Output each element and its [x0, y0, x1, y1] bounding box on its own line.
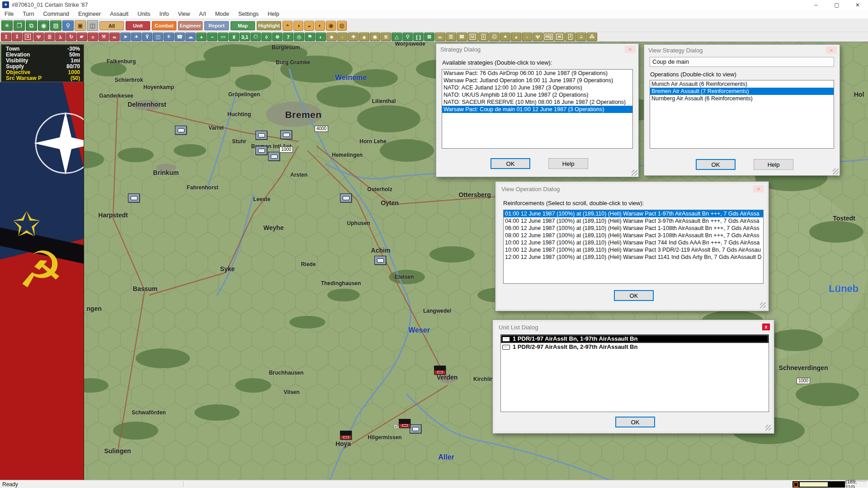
loop-turn-button[interactable]: ↻ — [66, 33, 76, 41]
list-item[interactable]: 12:00 12 June 1987 (100%) at (189,110) (… — [504, 253, 763, 261]
unit-counter-pact[interactable]: ··· — [340, 193, 352, 202]
menu-help[interactable]: Help — [263, 10, 284, 18]
list-item[interactable]: Nurnberg Air Assault (6 Reinforcements) — [650, 95, 834, 102]
menu-command[interactable]: Command — [38, 10, 74, 18]
losses-button[interactable]: ☹ — [489, 33, 500, 41]
unit-counter-pact[interactable]: ··· — [410, 424, 421, 433]
hq-button[interactable]: HQ — [543, 33, 554, 41]
view-operation-dialog-titlebar[interactable]: View Operation Dialog — [497, 183, 767, 194]
list-item[interactable]: 06:00 12 June 1987 (100%) at (189,110) (… — [504, 225, 763, 232]
unit-counter-pact[interactable]: ··· — [268, 152, 280, 161]
reinforcements-list[interactable]: 01:00 12 June 1987 (100%) at (189,110) (… — [503, 210, 764, 284]
pie-chart-button[interactable]: ◕ — [511, 33, 521, 41]
currency-button[interactable]: ¥ — [229, 33, 239, 41]
medal-button[interactable]: ⚜ — [164, 33, 174, 41]
call-support-button[interactable]: ☎ — [175, 33, 185, 41]
time-phase-1-button[interactable]: ◓ — [283, 21, 292, 31]
menu-settings[interactable]: Settings — [234, 10, 263, 18]
menu-mode[interactable]: Mode — [211, 10, 234, 18]
dig-in-button[interactable]: ⚒ — [99, 33, 109, 41]
unit-list-dialog-titlebar[interactable]: Unit List Dialog — [495, 322, 772, 333]
toolbar-tab-all[interactable]: All — [99, 21, 124, 30]
resize-grip[interactable] — [765, 425, 771, 431]
move-to-top-button[interactable]: ↥ — [1, 33, 11, 41]
flags-button[interactable]: ⚑ — [305, 33, 315, 41]
maximize-button[interactable]: ▢ — [826, 0, 847, 9]
infantry-button[interactable]: Ŷ — [142, 33, 152, 41]
time-phase-3-button[interactable]: ◒ — [304, 21, 314, 31]
list-item[interactable]: NATO: ACE Jutland 12:00 10 June 1987 (3 … — [442, 84, 632, 91]
zoom-in-button[interactable]: + — [196, 33, 207, 41]
close-icon[interactable]: x — [762, 324, 770, 330]
time-phase-4-button[interactable]: ◐ — [315, 21, 325, 31]
menu-assault[interactable]: Assault — [105, 10, 133, 18]
menu-view[interactable]: View — [173, 10, 194, 18]
list-lines-button[interactable]: ≡ — [88, 33, 98, 41]
list-item[interactable]: Warsaw Pact: 76 Gds AirDrop 06:00 10 Jun… — [442, 70, 632, 77]
unit-list-item[interactable]: ··1 PDR/2-97 AirAsslt Bn, 2-97th AirAssa… — [501, 343, 769, 351]
list-item[interactable]: NATO: UK/US Amphib 18:00 11 June 1987 (2… — [442, 91, 632, 99]
toolbar-tab-report[interactable]: Report — [204, 21, 229, 30]
turn-7-button[interactable]: 7 — [283, 33, 293, 41]
ok-button[interactable]: OK — [491, 158, 530, 169]
supply-button[interactable]: S — [23, 33, 33, 41]
list-item[interactable]: Bremen Air Assault (7 Reinforcements) — [650, 88, 834, 95]
nbc-2-button[interactable]: Ψ — [533, 33, 543, 41]
unit-counter-pact[interactable]: ··· — [128, 193, 140, 202]
list-item[interactable]: Warsaw Pact: Coup de main 01:00 12 June … — [442, 106, 632, 113]
toolbar-tab-map[interactable]: Map — [231, 21, 255, 30]
minimize-button[interactable]: – — [806, 0, 826, 9]
menu-a-i[interactable]: A/I — [194, 10, 210, 18]
resize-grip[interactable] — [833, 169, 839, 174]
resize-grip[interactable] — [760, 302, 766, 308]
help-button[interactable]: Help — [754, 159, 793, 170]
unit-counter-pact[interactable]: ··· — [280, 130, 292, 139]
list-item[interactable]: 08:00 12 June 1987 (100%) at (189,110) (… — [504, 232, 763, 239]
hex-kill-button[interactable]: ⊗ — [272, 33, 283, 41]
list-item[interactable]: 10:00 12 June 1987 (100%) at (189,110) (… — [504, 239, 763, 246]
ring-button[interactable]: ◉ — [370, 33, 380, 41]
close-button[interactable]: ✕ — [847, 0, 868, 9]
map-book-button[interactable]: ▤ — [50, 20, 61, 31]
contrast-button[interactable]: ◐ — [316, 33, 326, 41]
selection-box-button[interactable]: [ ] — [413, 33, 424, 41]
time-phase-2-button[interactable]: ◑ — [293, 21, 303, 31]
hex-33-button[interactable]: ⎔ — [250, 33, 261, 41]
close-icon[interactable]: ✕ — [826, 47, 837, 54]
list-item[interactable]: Warsaw Pact: Jutland Operation 16:00 11 … — [442, 77, 632, 84]
list-item[interactable]: 10:00 12 June 1987 (100%) at (189,110) (… — [504, 246, 763, 253]
toolbar-tab-engineer[interactable]: Engineer — [178, 21, 203, 30]
toolbar-tab-unit[interactable]: Unit — [126, 21, 150, 30]
zoom-button[interactable]: ⚲ — [62, 20, 74, 31]
ok-button[interactable]: OK — [696, 159, 736, 170]
unit-counter-red[interactable] — [399, 419, 410, 428]
unit-counter-red[interactable] — [434, 366, 446, 375]
menu-turn[interactable]: Turn — [18, 10, 38, 18]
ok-button[interactable]: OK — [614, 290, 654, 301]
view-strategy-dialog-titlebar[interactable]: View Strategy Dialog — [644, 45, 840, 56]
weather-button[interactable]: ☁ — [185, 33, 196, 41]
list-item[interactable]: NATO: SACEUR RESERVE (10 Mtn) 08:00 16 J… — [442, 99, 632, 106]
resize-grip[interactable] — [632, 170, 637, 176]
foot-march-button[interactable]: λ — [55, 33, 66, 41]
list-item[interactable]: Munich Air Assault (6 Reinforcements) — [650, 80, 834, 88]
box-x-button[interactable]: ⊠ — [424, 33, 434, 41]
strategy-dialog-titlebar[interactable]: Strategy Dialog — [436, 44, 638, 55]
crosshair-button[interactable]: ✚ — [348, 33, 359, 41]
help-button[interactable]: Help — [548, 158, 588, 169]
close-icon[interactable]: ✕ — [753, 185, 764, 192]
unit-list[interactable]: ··1 PDR/1-97 AirAsslt Bn, 1-97th AirAssa… — [500, 334, 769, 412]
spotting-button[interactable]: ∞ — [435, 33, 445, 41]
slash-box-button[interactable]: / — [565, 33, 576, 41]
small-box-button[interactable]: ▫ — [522, 33, 532, 41]
pointer-hand-button[interactable]: ☛ — [77, 33, 87, 41]
menu-info[interactable]: Info — [155, 10, 174, 18]
key-lock-button[interactable]: ⚿ — [446, 33, 456, 41]
objective-rings-button[interactable]: ◎ — [294, 33, 304, 41]
screen-view-button[interactable]: ▭ — [218, 33, 228, 41]
unit-counter-pact[interactable]: ··· — [255, 146, 267, 155]
scale-31-button[interactable]: 3,1 — [240, 33, 250, 41]
menu-file[interactable]: File — [0, 10, 18, 18]
handbook-button[interactable]: ◫ — [153, 33, 163, 41]
strategy-list[interactable]: Warsaw Pact: 76 Gds AirDrop 06:00 10 Jun… — [442, 69, 633, 149]
